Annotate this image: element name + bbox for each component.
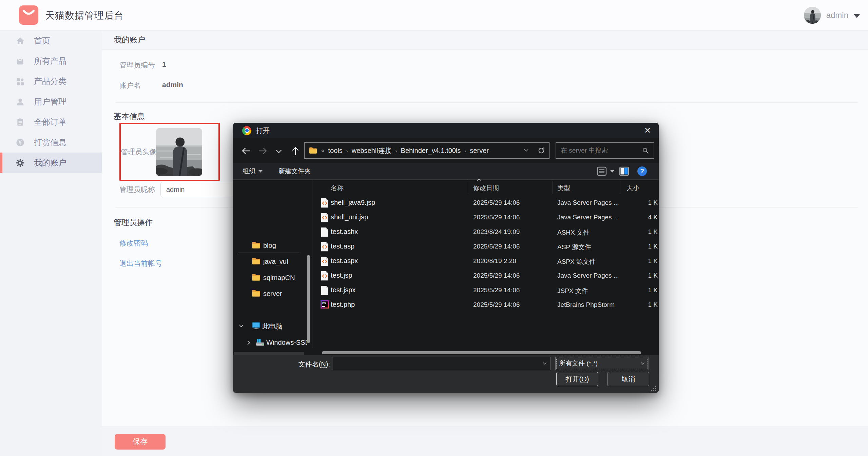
tree-item-blog[interactable]: blog bbox=[234, 239, 304, 253]
file-name: test.ashx bbox=[331, 228, 358, 236]
tree-scrollbar[interactable] bbox=[307, 255, 310, 343]
view-mode-dropdown-icon[interactable] bbox=[610, 170, 614, 173]
folder-icon bbox=[251, 257, 261, 266]
screen: 天猫数据管理后台 admin 首页所有产品产品分类用户管理全部订单打赏信息我的账… bbox=[0, 0, 868, 456]
breadcrumb-item[interactable]: tools bbox=[328, 147, 342, 155]
forward-icon[interactable] bbox=[258, 146, 268, 156]
preview-pane-icon[interactable] bbox=[619, 166, 629, 176]
file-row-test.ashx[interactable]: test.ashx2023/8/24 19:09ASHX 文件1 K bbox=[314, 224, 659, 239]
tree-item-label: java_vul bbox=[263, 258, 288, 265]
chevron-right-icon: › bbox=[396, 148, 397, 154]
breadcrumb-item[interactable]: server bbox=[470, 147, 489, 155]
file-name: test.jspx bbox=[331, 286, 355, 294]
recent-locations-icon[interactable] bbox=[275, 148, 283, 155]
sidebar-item-label: 所有产品 bbox=[34, 56, 66, 66]
account-name-value: admin bbox=[162, 81, 183, 89]
sidebar-item-label: 首页 bbox=[34, 35, 50, 46]
new-folder-button[interactable]: 新建文件夹 bbox=[278, 163, 311, 179]
filename-label: 文件名(N): bbox=[287, 360, 330, 369]
file-list-header: 名称 修改日期 类型 大小 bbox=[314, 180, 659, 195]
chevron-collapsed-icon[interactable] bbox=[246, 340, 251, 345]
breadcrumb-bar[interactable]: « tools › websehll连接 › Behinder_v4.1.t00… bbox=[304, 142, 549, 159]
admin-id-value: 1 bbox=[162, 60, 166, 68]
column-header-name[interactable]: 名称 bbox=[331, 184, 344, 193]
user-avatar[interactable] bbox=[804, 7, 821, 24]
sidebar-item-4[interactable]: 全部订单 bbox=[0, 112, 102, 132]
column-separator bbox=[553, 181, 553, 194]
column-header-date[interactable]: 修改日期 bbox=[473, 184, 499, 193]
sidebar-item-0[interactable]: 首页 bbox=[0, 31, 102, 51]
file-date: 2025/5/29 14:06 bbox=[473, 199, 520, 206]
dialog-titlebar[interactable]: 打开 ✕ bbox=[233, 123, 659, 138]
sidebar-item-label: 用户管理 bbox=[34, 96, 66, 107]
file-name: test.php bbox=[331, 301, 355, 309]
folder-icon bbox=[309, 147, 317, 154]
tree-item-label: Windows-SSD bbox=[266, 339, 307, 346]
back-icon[interactable] bbox=[241, 146, 251, 156]
tmall-logo-icon bbox=[19, 5, 38, 25]
file-date: 2025/5/29 14:06 bbox=[473, 243, 520, 250]
file-row-test.jspx[interactable]: test.jspx2025/5/29 14:06JSPX 文件1 K bbox=[314, 283, 659, 297]
file-row-shell_java9.jsp[interactable]: shell_java9.jsp2025/5/29 14:06Java Serve… bbox=[314, 195, 659, 210]
tree-item-Windows-SSD[interactable]: Windows-SSD bbox=[234, 336, 304, 350]
file-row-test.aspx[interactable]: test.aspx2020/8/19 2:20ASPX 源文件1 K bbox=[314, 254, 659, 268]
file-type: ASHX 文件 bbox=[557, 228, 590, 237]
sidebar-item-2[interactable]: 产品分类 bbox=[0, 71, 102, 92]
column-header-size[interactable]: 大小 bbox=[626, 184, 639, 193]
refresh-icon[interactable] bbox=[538, 147, 545, 154]
close-icon[interactable]: ✕ bbox=[642, 125, 653, 136]
breadcrumb-item[interactable]: Behinder_v4.1.t00ls bbox=[401, 147, 461, 155]
horizontal-scrollbar[interactable] bbox=[322, 351, 641, 354]
chevron-expanded-icon[interactable] bbox=[238, 323, 244, 329]
save-button[interactable]: 保存 bbox=[115, 434, 166, 450]
file-type: ASPX 源文件 bbox=[557, 257, 596, 266]
plain-file-icon bbox=[321, 227, 329, 236]
filetype-select[interactable]: 所有文件 (*.*) bbox=[555, 357, 649, 370]
folder-icon bbox=[251, 273, 261, 283]
change-password-link[interactable]: 修改密码 bbox=[119, 238, 148, 248]
sidebar-item-5[interactable]: 打赏信息 bbox=[0, 132, 102, 153]
user-icon bbox=[16, 97, 25, 106]
sidebar-item-3[interactable]: 用户管理 bbox=[0, 92, 102, 112]
file-type: Java Server Pages ... bbox=[557, 272, 619, 279]
search-icon bbox=[642, 147, 649, 154]
breadcrumb-item[interactable]: websehll连接 bbox=[352, 146, 392, 155]
tree-divider bbox=[238, 253, 300, 253]
file-row-test.php[interactable]: PStest.php2025/5/29 14:06JetBrains PhpSt… bbox=[314, 297, 659, 312]
bag-icon bbox=[16, 57, 25, 66]
app-header: 天猫数据管理后台 admin bbox=[0, 0, 868, 31]
file-row-shell_uni.jsp[interactable]: shell_uni.jsp2025/5/29 14:06Java Server … bbox=[314, 210, 659, 224]
sidebar-item-6[interactable]: 我的账户 bbox=[0, 153, 102, 173]
plain-file-icon bbox=[321, 285, 329, 295]
sidebar-item-label: 产品分类 bbox=[34, 76, 66, 87]
filetype-value: 所有文件 (*.*) bbox=[559, 359, 598, 368]
search-input[interactable]: 在 server 中搜索 bbox=[556, 142, 654, 159]
sidebar-item-1[interactable]: 所有产品 bbox=[0, 51, 102, 71]
file-row-test.jsp[interactable]: test.jsp2025/5/29 14:06Java Server Pages… bbox=[314, 268, 659, 283]
file-size: 1 K bbox=[637, 243, 658, 250]
open-button[interactable]: 打开(O) bbox=[556, 372, 598, 386]
breadcrumb-overflow[interactable]: « bbox=[321, 147, 324, 154]
resize-grip[interactable] bbox=[651, 385, 656, 391]
column-separator bbox=[620, 181, 620, 194]
address-dropdown-icon[interactable] bbox=[523, 147, 529, 154]
column-separator bbox=[468, 181, 468, 194]
column-header-type[interactable]: 类型 bbox=[557, 184, 570, 193]
organize-button[interactable]: 组织 bbox=[243, 163, 263, 179]
cancel-button[interactable]: 取消 bbox=[607, 372, 649, 386]
tree-item-java_vul[interactable]: java_vul bbox=[234, 255, 304, 269]
help-icon[interactable]: ? bbox=[637, 166, 647, 176]
file-row-test.asp[interactable]: test.asp2025/5/29 14:06ASP 源文件1 K bbox=[314, 239, 659, 254]
logout-link[interactable]: 退出当前帐号 bbox=[119, 259, 162, 268]
tree-item-sqlmapCN[interactable]: sqlmapCN bbox=[234, 271, 304, 285]
nickname-label: 管理员昵称 bbox=[119, 185, 155, 194]
tree-item-此电脑[interactable]: 此电脑 bbox=[234, 319, 304, 333]
code-file-icon bbox=[321, 271, 329, 280]
user-menu[interactable]: admin bbox=[804, 0, 860, 31]
admin-avatar-image[interactable] bbox=[156, 128, 202, 176]
view-mode-icon[interactable] bbox=[597, 166, 607, 176]
filename-input[interactable] bbox=[332, 357, 551, 370]
tree-item-server[interactable]: server bbox=[234, 287, 304, 301]
file-size: 4 K bbox=[637, 214, 658, 221]
up-icon[interactable] bbox=[290, 146, 301, 156]
